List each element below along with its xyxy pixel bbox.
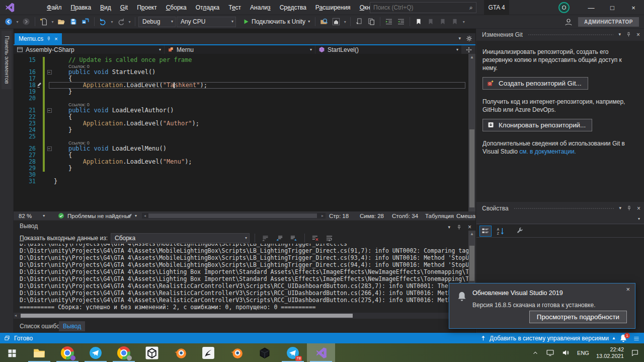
action-center-icon[interactable] xyxy=(631,349,639,357)
taskbar-app-unity-hub[interactable] xyxy=(138,343,166,362)
menu-item-6[interactable]: Отладка xyxy=(191,0,224,15)
platform-dropdown[interactable]: Any CPU▾ xyxy=(177,17,236,27)
code-line-24[interactable]: 24 } xyxy=(14,127,468,133)
categorized-view-button[interactable] xyxy=(479,226,492,237)
taskbar-app-chrome-2[interactable] xyxy=(110,343,138,362)
quick-search[interactable]: ⌕ xyxy=(370,2,476,13)
menu-item-2[interactable]: Вид xyxy=(96,0,116,15)
view-details-button[interactable]: Просмотреть подробности xyxy=(529,311,627,323)
menu-item-4[interactable]: Проект xyxy=(132,0,162,15)
toolbox-vertical-tab[interactable]: Панель элементов xyxy=(2,31,12,89)
menu-item-git[interactable]: Git xyxy=(116,0,132,15)
clear-bookmarks-button[interactable] xyxy=(449,16,460,27)
scroll-up-icon[interactable]: ▲ xyxy=(468,55,475,59)
properties-title-bar[interactable]: Свойства ▾ × xyxy=(476,202,644,214)
editor-vertical-scrollbar[interactable]: ▲ xyxy=(468,54,475,211)
output-log[interactable]: D:\Distr\unity\Projects\G4\GTA 4\Assets\… xyxy=(20,244,468,310)
scroll-up-icon[interactable]: ▲ xyxy=(468,232,475,236)
scroll-left-icon[interactable]: ◂ xyxy=(142,213,148,219)
word-wrap-button[interactable] xyxy=(324,233,335,243)
notifications-button[interactable]: 1 xyxy=(619,334,628,343)
close-button[interactable]: × xyxy=(623,0,643,15)
decrease-indent-button[interactable] xyxy=(383,16,394,27)
output-horizontal-scrollbar[interactable]: ◂ ▸ xyxy=(14,313,468,319)
documentation-link[interactable]: см. в документации. xyxy=(519,148,576,155)
scroll-left-icon[interactable]: ◂ xyxy=(15,313,17,318)
code-line-29[interactable]: 29 } xyxy=(14,165,468,172)
code-line-30[interactable]: 30 xyxy=(14,172,468,178)
taskbar-app-file-explorer[interactable] xyxy=(25,343,53,362)
clone-repo-button[interactable]: Клонировать репозиторий... xyxy=(482,119,592,131)
menu-item-10[interactable]: Расширения xyxy=(311,0,355,15)
configuration-dropdown[interactable]: Debug▾ xyxy=(138,17,176,27)
search-icon[interactable]: ⌕ xyxy=(466,4,476,11)
feedback-person-icon[interactable] xyxy=(564,18,573,27)
code-line-21[interactable]: 21− public void LoadLevelAuthor() xyxy=(14,107,468,114)
speaker-icon[interactable] xyxy=(561,348,570,357)
collapse-icon[interactable]: − xyxy=(47,147,52,151)
menu-item-1[interactable]: Правка xyxy=(66,0,96,15)
minimize-button[interactable]: — xyxy=(581,0,601,15)
back-dropdown[interactable]: ▾ xyxy=(15,20,20,24)
undo-dropdown[interactable]: ▾ xyxy=(110,20,114,24)
start-button[interactable] xyxy=(0,343,24,362)
toggle-bookmark-button[interactable] xyxy=(413,16,424,27)
code-line-28[interactable]: 28 Application.LoadLevel("Menu"); xyxy=(14,159,468,165)
code-line-26[interactable]: 26− public void LoadLevelMenu() xyxy=(14,146,468,152)
new-file-button[interactable] xyxy=(38,16,49,27)
taskbar-app-unity-editor[interactable] xyxy=(251,343,279,362)
pin-icon[interactable] xyxy=(626,205,632,211)
drag-handle[interactable] xyxy=(514,207,614,209)
previous-bookmark-button[interactable] xyxy=(425,16,436,27)
undo-button[interactable] xyxy=(98,16,109,27)
nav-type-dropdown[interactable]: Mernu ▾ xyxy=(165,45,315,54)
redo-dropdown[interactable]: ▾ xyxy=(127,20,132,24)
taskbar-app-zbrush[interactable] xyxy=(194,343,222,362)
next-bookmark-button[interactable] xyxy=(437,16,448,27)
code-line-25[interactable]: 25 xyxy=(14,133,468,140)
nav-project-dropdown[interactable]: Assembly-CSharp ▾ xyxy=(14,45,165,54)
find-in-files-button[interactable] xyxy=(318,16,330,27)
close-icon[interactable]: × xyxy=(636,31,640,38)
scrollbar-thumb[interactable] xyxy=(469,129,474,207)
property-pages-button[interactable] xyxy=(514,226,526,237)
new-file-dropdown[interactable]: ▾ xyxy=(50,20,55,24)
pin-icon[interactable] xyxy=(626,32,631,37)
zoom-dropdown[interactable]: 82 %▾ xyxy=(19,211,45,220)
drag-handle[interactable] xyxy=(528,33,614,36)
code-line-16[interactable]: 16− public void StartLevel() xyxy=(14,69,468,76)
code-line-20[interactable]: 20 xyxy=(14,95,468,102)
previous-message-button[interactable] xyxy=(274,233,285,243)
window-position-dropdown[interactable]: ▾ xyxy=(448,225,450,230)
network-icon[interactable] xyxy=(546,348,554,357)
show-all-files-button[interactable] xyxy=(366,16,377,27)
nav-member-dropdown[interactable]: StartLevel() ▾ xyxy=(315,45,462,54)
collapse-icon[interactable]: − xyxy=(47,70,52,75)
pin-icon[interactable] xyxy=(46,36,51,41)
menu-item-7[interactable]: Тест xyxy=(224,0,246,15)
pin-icon[interactable] xyxy=(456,225,462,230)
window-position-dropdown[interactable]: ▾ xyxy=(619,206,621,210)
navigate-forward-button[interactable] xyxy=(21,16,32,27)
save-button[interactable] xyxy=(68,16,79,27)
collapse-icon[interactable]: − xyxy=(47,108,52,113)
toolbar-overflow[interactable]: ▾ xyxy=(461,20,466,24)
solution-explorer-dropdown[interactable]: ▾ xyxy=(343,20,347,24)
toast-close-icon[interactable]: × xyxy=(626,285,630,293)
gear-icon[interactable] xyxy=(466,35,472,42)
scroll-right-icon[interactable]: ▸ xyxy=(319,213,326,219)
taskbar-app-telegram-1[interactable] xyxy=(82,343,110,362)
increase-indent-button[interactable] xyxy=(395,16,407,27)
open-file-button[interactable] xyxy=(56,16,67,27)
menu-item-8[interactable]: Анализ xyxy=(246,0,275,15)
next-message-button[interactable] xyxy=(288,233,299,243)
taskbar-app-chrome-1[interactable] xyxy=(53,343,82,362)
code-line-31[interactable]: 31} xyxy=(14,178,468,185)
document-tab-menu-cs[interactable]: Mernu.cs × xyxy=(15,33,62,44)
code-line-15[interactable]: 15 // Update is called once per frame xyxy=(14,57,468,63)
solution-explorer-button[interactable] xyxy=(331,16,342,27)
clear-all-button[interactable] xyxy=(310,233,321,243)
tab-close-icon[interactable]: × xyxy=(54,36,57,42)
code-line-18[interactable]: 18 Application.LoadLevel("Tashkent"); xyxy=(14,82,468,89)
language-indicator[interactable]: ENG xyxy=(577,350,589,356)
